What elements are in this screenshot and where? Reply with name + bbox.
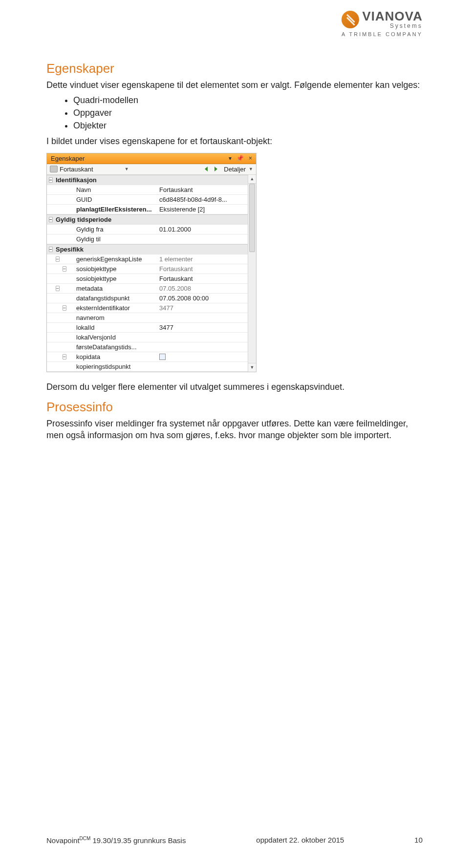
- panel-titlebar: Egenskaper ▾ 📌 ×: [47, 153, 256, 164]
- footer-center: oppdatert 22. oktober 2015: [256, 836, 344, 845]
- prop-label: Navn: [74, 185, 157, 195]
- prop-value[interactable]: c6d8485f-b08d-4d9f-8...: [157, 195, 248, 205]
- prop-label: generiskEgenskapListe: [74, 254, 157, 264]
- heading-prosessinfo: Prosessinfo: [46, 400, 423, 415]
- collapse-icon[interactable]: −: [49, 217, 53, 222]
- collapse-icon[interactable]: −: [63, 266, 66, 272]
- heading-egenskaper: Egenskaper: [46, 61, 423, 76]
- egenskaper-intro: Dette vinduet viser egenskapene til det …: [46, 79, 423, 91]
- egenskaper-bullet-list: Quadri-modellen Oppgaver Objekter: [73, 94, 423, 132]
- egenskaper-summary: Dersom du velger flere elementer vil utv…: [46, 381, 423, 393]
- logo-subtitle: Systems: [390, 22, 423, 29]
- prop-label: eksternIdentifikator: [74, 303, 157, 313]
- scroll-up-icon[interactable]: ▲: [248, 175, 256, 184]
- prop-value[interactable]: [157, 352, 248, 362]
- detaljer-dropdown-icon[interactable]: ▼: [249, 167, 253, 171]
- prop-value[interactable]: 07.05.2008 00:00: [157, 294, 248, 303]
- object-type-icon: [50, 166, 58, 172]
- pin-icon[interactable]: 📌: [236, 155, 244, 162]
- prop-label: datafangstidspunkt: [74, 294, 157, 303]
- close-icon[interactable]: ×: [249, 155, 252, 162]
- group-header: Identifikasjon: [54, 175, 248, 185]
- prop-label: lokalVersjonId: [74, 333, 157, 342]
- prop-value[interactable]: [157, 234, 248, 244]
- prop-label: lokalId: [74, 323, 157, 333]
- prop-label: kopidata: [74, 352, 157, 362]
- collapse-icon[interactable]: −: [49, 247, 53, 252]
- prop-label: sosiobjekttype: [74, 264, 157, 274]
- prop-value[interactable]: 3477: [157, 323, 248, 333]
- collapse-icon[interactable]: −: [56, 256, 60, 262]
- detaljer-button[interactable]: Detaljer: [224, 166, 246, 173]
- group-header: Gyldig tidsperiode: [54, 214, 248, 225]
- prop-value[interactable]: Fortauskant: [157, 264, 248, 274]
- object-name: Fortauskant: [60, 166, 93, 173]
- vertical-scrollbar[interactable]: ▲ ▼: [248, 175, 256, 372]
- egenskaper-caption: I bildet under vises egenskapene for et …: [46, 135, 423, 147]
- prop-value[interactable]: [157, 313, 248, 323]
- prop-label: metadata: [74, 284, 157, 294]
- prop-value[interactable]: 01.01.2000: [157, 225, 248, 234]
- prop-value[interactable]: [157, 342, 248, 352]
- prop-label: Gyldig fra: [74, 225, 157, 234]
- page-footer: NovapointDCM 19.30/19.35 grunnkurs Basis…: [46, 836, 423, 845]
- scroll-thumb[interactable]: [249, 184, 255, 252]
- panel-toolbar: Fortauskant ▼ Detaljer ▼: [47, 164, 256, 175]
- collapse-icon[interactable]: −: [56, 286, 60, 291]
- list-item: Objekter: [73, 119, 423, 132]
- prop-value[interactable]: 07.05.2008: [157, 284, 248, 294]
- prop-value[interactable]: Fortauskant: [157, 274, 248, 284]
- prop-value[interactable]: 1 elementer: [157, 254, 248, 264]
- logo-tagline: A TRIMBLE COMPANY: [341, 31, 423, 37]
- footer-page-number: 10: [414, 836, 423, 845]
- collapse-icon[interactable]: −: [49, 177, 53, 183]
- prop-label: sosiobjekttype: [74, 274, 157, 284]
- back-arrow-icon[interactable]: [203, 166, 211, 172]
- prosessinfo-text: Prosessinfo viser meldinger fra systemet…: [46, 418, 423, 442]
- logo-icon: [341, 11, 359, 28]
- brand-logo: VIANOVA Systems A TRIMBLE COMPANY: [341, 10, 423, 37]
- scroll-down-icon[interactable]: ▼: [248, 363, 256, 372]
- list-item: Quadri-modellen: [73, 94, 423, 106]
- prop-label: førsteDatafangstids...: [74, 342, 157, 352]
- logo-name: VIANOVA: [362, 10, 423, 22]
- collapse-icon[interactable]: −: [63, 305, 66, 311]
- prop-label: navnerom: [74, 313, 157, 323]
- prop-label: Gyldig til: [74, 234, 157, 244]
- properties-grid: − Identifikasjon Navn Fortauskant GUID c…: [47, 175, 248, 372]
- list-item: Oppgaver: [73, 106, 423, 119]
- properties-panel: Egenskaper ▾ 📌 × Fortauskant ▼ Detaljer …: [46, 153, 256, 372]
- prop-label: kopieringstidspunkt: [74, 362, 157, 372]
- prop-value[interactable]: Fortauskant: [157, 185, 248, 195]
- object-dropdown-icon[interactable]: ▼: [125, 167, 129, 171]
- forward-arrow-icon[interactable]: [213, 166, 220, 172]
- collapse-icon[interactable]: −: [63, 354, 66, 360]
- prop-value[interactable]: Eksisterende [2]: [157, 205, 248, 214]
- prop-value[interactable]: [157, 333, 248, 342]
- prop-value[interactable]: [157, 362, 248, 372]
- footer-left: NovapointDCM 19.30/19.35 grunnkurs Basis: [46, 836, 186, 845]
- panel-menu-arrow-icon[interactable]: ▾: [229, 155, 232, 162]
- checkbox-icon[interactable]: [159, 354, 166, 360]
- group-header: Spesifikk: [54, 244, 248, 254]
- prop-value[interactable]: 3477: [157, 303, 248, 313]
- prop-label: GUID: [74, 195, 157, 205]
- prop-label: planlagtEllerEksisteren...: [74, 205, 157, 214]
- panel-title-text: Egenskaper: [51, 155, 85, 162]
